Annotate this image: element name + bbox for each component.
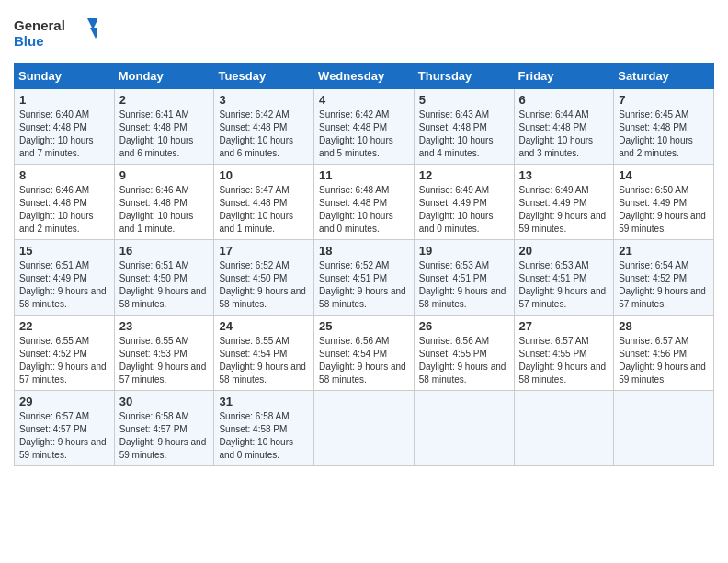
- day-info: Sunrise: 6:52 AMSunset: 4:51 PMDaylight:…: [319, 259, 409, 311]
- header-day: Thursday: [414, 63, 514, 89]
- day-info: Sunrise: 6:58 AMSunset: 4:58 PMDaylight:…: [219, 410, 309, 462]
- svg-text:General: General: [14, 17, 65, 33]
- day-number: 28: [619, 319, 709, 333]
- header-day: Sunday: [15, 63, 115, 89]
- day-number: 19: [419, 244, 509, 258]
- day-number: 12: [419, 168, 509, 182]
- day-info: Sunrise: 6:51 AMSunset: 4:49 PMDaylight:…: [19, 259, 109, 311]
- calendar-cell: [614, 391, 714, 466]
- day-info: Sunrise: 6:49 AMSunset: 4:49 PMDaylight:…: [419, 184, 509, 236]
- day-info: Sunrise: 6:53 AMSunset: 4:51 PMDaylight:…: [519, 259, 609, 311]
- day-number: 1: [19, 93, 109, 107]
- calendar-cell: 8Sunrise: 6:46 AMSunset: 4:48 PMDaylight…: [15, 165, 115, 240]
- calendar-cell: 19Sunrise: 6:53 AMSunset: 4:51 PMDayligh…: [414, 240, 514, 316]
- day-info: Sunrise: 6:54 AMSunset: 4:52 PMDaylight:…: [619, 259, 709, 311]
- day-info: Sunrise: 6:55 AMSunset: 4:54 PMDaylight:…: [219, 335, 309, 386]
- header-day: Monday: [114, 63, 214, 89]
- calendar-cell: 11Sunrise: 6:48 AMSunset: 4:48 PMDayligh…: [314, 165, 415, 240]
- day-info: Sunrise: 6:57 AMSunset: 4:56 PMDaylight:…: [619, 335, 709, 386]
- day-number: 14: [619, 168, 709, 182]
- calendar-cell: 25Sunrise: 6:56 AMSunset: 4:54 PMDayligh…: [314, 316, 415, 391]
- calendar-cell: [414, 391, 514, 466]
- day-info: Sunrise: 6:40 AMSunset: 4:48 PMDaylight:…: [19, 109, 109, 160]
- calendar-cell: 13Sunrise: 6:49 AMSunset: 4:49 PMDayligh…: [514, 165, 614, 240]
- day-info: Sunrise: 6:42 AMSunset: 4:48 PMDaylight:…: [319, 109, 409, 160]
- day-number: 4: [319, 93, 409, 107]
- calendar-cell: 12Sunrise: 6:49 AMSunset: 4:49 PMDayligh…: [414, 165, 514, 240]
- calendar-cell: 22Sunrise: 6:55 AMSunset: 4:52 PMDayligh…: [15, 316, 115, 391]
- day-number: 3: [219, 93, 309, 107]
- calendar-cell: 10Sunrise: 6:47 AMSunset: 4:48 PMDayligh…: [214, 165, 314, 240]
- day-number: 18: [319, 244, 409, 258]
- day-number: 7: [619, 93, 709, 107]
- calendar-cell: 27Sunrise: 6:57 AMSunset: 4:55 PMDayligh…: [514, 316, 614, 391]
- day-number: 5: [419, 93, 509, 107]
- calendar-cell: 26Sunrise: 6:56 AMSunset: 4:55 PMDayligh…: [414, 316, 514, 391]
- day-info: Sunrise: 6:50 AMSunset: 4:49 PMDaylight:…: [619, 184, 709, 236]
- day-info: Sunrise: 6:56 AMSunset: 4:54 PMDaylight:…: [319, 335, 409, 386]
- day-number: 27: [519, 319, 609, 333]
- day-number: 23: [119, 319, 210, 333]
- day-number: 11: [319, 168, 409, 182]
- day-info: Sunrise: 6:46 AMSunset: 4:48 PMDaylight:…: [19, 184, 109, 236]
- calendar-cell: 6Sunrise: 6:44 AMSunset: 4:48 PMDaylight…: [514, 89, 614, 165]
- header-day: Saturday: [614, 63, 714, 89]
- calendar-cell: 23Sunrise: 6:55 AMSunset: 4:53 PMDayligh…: [114, 316, 214, 391]
- calendar-cell: 18Sunrise: 6:52 AMSunset: 4:51 PMDayligh…: [314, 240, 415, 316]
- calendar-week-row: 22Sunrise: 6:55 AMSunset: 4:52 PMDayligh…: [15, 316, 714, 391]
- day-info: Sunrise: 6:44 AMSunset: 4:48 PMDaylight:…: [519, 109, 609, 160]
- day-info: Sunrise: 6:51 AMSunset: 4:50 PMDaylight:…: [119, 259, 210, 311]
- calendar-cell: 31Sunrise: 6:58 AMSunset: 4:58 PMDayligh…: [214, 391, 314, 466]
- calendar-table: SundayMondayTuesdayWednesdayThursdayFrid…: [14, 63, 714, 466]
- calendar-cell: 20Sunrise: 6:53 AMSunset: 4:51 PMDayligh…: [514, 240, 614, 316]
- day-number: 24: [219, 319, 309, 333]
- day-info: Sunrise: 6:47 AMSunset: 4:48 PMDaylight:…: [219, 184, 309, 236]
- day-number: 22: [19, 319, 109, 333]
- calendar-cell: 21Sunrise: 6:54 AMSunset: 4:52 PMDayligh…: [614, 240, 714, 316]
- header-row: SundayMondayTuesdayWednesdayThursdayFrid…: [15, 63, 714, 89]
- calendar-cell: 4Sunrise: 6:42 AMSunset: 4:48 PMDaylight…: [314, 89, 415, 165]
- header-day: Wednesday: [314, 63, 415, 89]
- day-info: Sunrise: 6:56 AMSunset: 4:55 PMDaylight:…: [419, 335, 509, 386]
- day-number: 21: [619, 244, 709, 258]
- calendar-cell: 29Sunrise: 6:57 AMSunset: 4:57 PMDayligh…: [15, 391, 115, 466]
- calendar-week-row: 8Sunrise: 6:46 AMSunset: 4:48 PMDaylight…: [15, 165, 714, 240]
- calendar-week-row: 15Sunrise: 6:51 AMSunset: 4:49 PMDayligh…: [15, 240, 714, 316]
- day-number: 17: [219, 244, 309, 258]
- header-day: Friday: [514, 63, 614, 89]
- calendar-cell: 7Sunrise: 6:45 AMSunset: 4:48 PMDaylight…: [614, 89, 714, 165]
- calendar-cell: 14Sunrise: 6:50 AMSunset: 4:49 PMDayligh…: [614, 165, 714, 240]
- calendar-cell: 15Sunrise: 6:51 AMSunset: 4:49 PMDayligh…: [15, 240, 115, 316]
- header-day: Tuesday: [214, 63, 314, 89]
- day-number: 26: [419, 319, 509, 333]
- svg-text:Blue: Blue: [14, 33, 44, 49]
- day-info: Sunrise: 6:53 AMSunset: 4:51 PMDaylight:…: [419, 259, 509, 311]
- day-info: Sunrise: 6:46 AMSunset: 4:48 PMDaylight:…: [119, 184, 210, 236]
- calendar-cell: 2Sunrise: 6:41 AMSunset: 4:48 PMDaylight…: [114, 89, 214, 165]
- day-info: Sunrise: 6:58 AMSunset: 4:57 PMDaylight:…: [119, 410, 210, 462]
- day-number: 10: [219, 168, 309, 182]
- day-number: 30: [119, 395, 210, 408]
- day-info: Sunrise: 6:57 AMSunset: 4:55 PMDaylight:…: [519, 335, 609, 386]
- day-info: Sunrise: 6:57 AMSunset: 4:57 PMDaylight:…: [19, 410, 109, 462]
- calendar-cell: 28Sunrise: 6:57 AMSunset: 4:56 PMDayligh…: [614, 316, 714, 391]
- day-number: 6: [519, 93, 609, 107]
- day-number: 25: [319, 319, 409, 333]
- calendar-week-row: 29Sunrise: 6:57 AMSunset: 4:57 PMDayligh…: [15, 391, 714, 466]
- day-info: Sunrise: 6:52 AMSunset: 4:50 PMDaylight:…: [219, 259, 309, 311]
- logo: General Blue: [14, 14, 97, 55]
- calendar-week-row: 1Sunrise: 6:40 AMSunset: 4:48 PMDaylight…: [15, 89, 714, 165]
- day-number: 13: [519, 168, 609, 182]
- day-number: 20: [519, 244, 609, 258]
- calendar-cell: 16Sunrise: 6:51 AMSunset: 4:50 PMDayligh…: [114, 240, 214, 316]
- day-number: 15: [19, 244, 109, 258]
- page-header: General Blue: [14, 14, 714, 55]
- day-number: 2: [119, 93, 210, 107]
- day-number: 16: [119, 244, 210, 258]
- day-info: Sunrise: 6:41 AMSunset: 4:48 PMDaylight:…: [119, 109, 210, 160]
- calendar-cell: 17Sunrise: 6:52 AMSunset: 4:50 PMDayligh…: [214, 240, 314, 316]
- day-number: 31: [219, 395, 309, 408]
- day-number: 29: [19, 395, 109, 408]
- logo-svg: General Blue: [14, 14, 97, 55]
- day-info: Sunrise: 6:55 AMSunset: 4:52 PMDaylight:…: [19, 335, 109, 386]
